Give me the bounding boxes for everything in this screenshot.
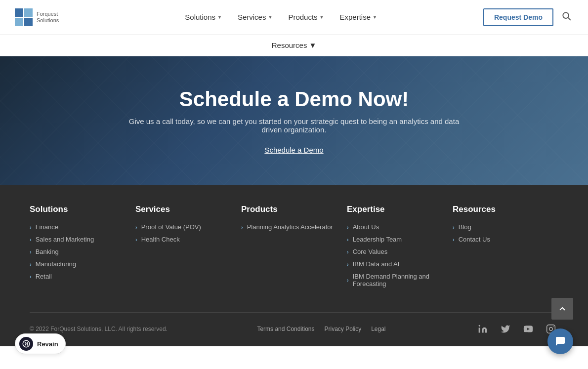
footer-link-manufacturing[interactable]: › Manufacturing	[30, 260, 126, 268]
chevron-down-icon: ▼	[268, 15, 272, 20]
footer-link-label: Leadership Team	[353, 236, 402, 243]
scroll-to-top-button[interactable]	[551, 298, 573, 320]
arrow-icon: ›	[347, 249, 349, 255]
svg-point-6	[549, 328, 553, 331]
arrow-icon: ›	[30, 237, 32, 243]
footer-link-label: Contact Us	[459, 236, 490, 243]
chevron-down-icon: ▼	[320, 15, 324, 20]
footer-link-contact-us[interactable]: › Contact Us	[453, 236, 548, 243]
search-button[interactable]	[559, 9, 573, 25]
footer-link-banking[interactable]: › Banking	[30, 248, 126, 255]
nav-label-expertise: Expertise	[340, 13, 371, 21]
footer-col-products: Products › Planning Analytics Accelerato…	[241, 205, 347, 292]
footer-link-label: Planning Analytics Accelerator	[247, 223, 333, 231]
logo-sub: Solutions	[37, 17, 59, 23]
svg-rect-2	[479, 328, 480, 333]
footer-link-label: Sales and Marketing	[36, 236, 94, 243]
footer-legal-link[interactable]: Legal	[371, 326, 385, 332]
footer-link-label: Blog	[459, 223, 471, 231]
logo-text: Forquest Solutions	[37, 11, 59, 23]
chevron-down-icon: ▼	[309, 41, 316, 49]
footer-link-about-us[interactable]: › About Us	[347, 223, 443, 231]
footer-socials	[475, 322, 558, 336]
footer-link-blog[interactable]: › Blog	[453, 223, 548, 231]
revain-widget[interactable]: Revain	[15, 333, 66, 346]
hero-cta-link[interactable]: Schedule a Demo	[264, 146, 323, 154]
twitter-icon[interactable]	[498, 322, 513, 336]
footer-link-label: IBM Demand Planning and Forecasting	[353, 273, 443, 287]
arrow-icon: ›	[347, 261, 349, 267]
svg-line-1	[568, 18, 570, 20]
footer-link-planning-analytics[interactable]: › Planning Analytics Accelerator	[241, 223, 337, 231]
arrow-icon: ›	[30, 261, 32, 267]
logo-name: Forquest	[37, 11, 59, 17]
arrow-icon: ›	[347, 277, 349, 283]
logo[interactable]: Forquest Solutions	[15, 8, 59, 26]
revain-logo-icon	[19, 337, 33, 346]
footer-link-core-values[interactable]: › Core Values	[347, 248, 443, 255]
nav-item-expertise[interactable]: Expertise ▼	[333, 9, 384, 25]
arrow-icon: ›	[135, 237, 137, 243]
nav-label-services: Services	[238, 13, 266, 21]
footer-col-solutions: Solutions › Finance › Sales and Marketin…	[30, 205, 135, 292]
nav-label-solutions: Solutions	[185, 13, 215, 21]
footer-bottom: © 2022 ForQuest Solutions, LLC. All righ…	[30, 312, 558, 336]
footer: Solutions › Finance › Sales and Marketin…	[0, 185, 588, 346]
revain-label: Revain	[37, 340, 58, 347]
arrow-icon: ›	[347, 237, 349, 243]
footer-link-retail[interactable]: › Retail	[30, 273, 126, 280]
footer-col-title-solutions: Solutions	[30, 205, 126, 214]
footer-columns: Solutions › Finance › Sales and Marketin…	[30, 205, 558, 292]
hero-subtitle: Give us a call today, so we can get you …	[121, 117, 467, 134]
svg-point-3	[479, 325, 480, 327]
youtube-icon[interactable]	[521, 322, 536, 336]
request-demo-button[interactable]: Request Demo	[483, 8, 553, 26]
footer-link-label: Proof of Value (POV)	[141, 223, 201, 231]
footer-col-expertise: Expertise › About Us › Leadership Team ›…	[347, 205, 453, 292]
chat-icon	[554, 335, 566, 346]
chevron-down-icon: ▼	[373, 15, 377, 20]
footer-bottom-links: Terms and Conditions Privacy Policy Lega…	[257, 326, 385, 332]
arrow-icon: ›	[135, 224, 137, 230]
arrow-icon: ›	[30, 249, 32, 255]
footer-link-finance[interactable]: › Finance	[30, 223, 126, 231]
footer-col-resources: Resources › Blog › Contact Us	[453, 205, 558, 292]
footer-link-leadership-team[interactable]: › Leadership Team	[347, 236, 443, 243]
footer-link-label: Core Values	[353, 248, 388, 255]
arrow-icon: ›	[453, 224, 455, 230]
footer-link-label: IBM Data and AI	[353, 260, 400, 268]
footer-link-health-check[interactable]: › Health Check	[135, 236, 231, 243]
nav-item-resources[interactable]: Resources ▼	[265, 37, 324, 53]
footer-link-ibm-data-ai[interactable]: › IBM Data and AI	[347, 260, 443, 268]
footer-link-label: About Us	[353, 223, 379, 231]
linkedin-icon[interactable]	[475, 322, 490, 336]
nav-links: Solutions ▼ Services ▼ Products ▼ Expert…	[79, 9, 483, 25]
footer-link-label: Retail	[36, 273, 52, 280]
arrow-icon: ›	[241, 224, 243, 230]
footer-link-pov[interactable]: › Proof of Value (POV)	[135, 223, 231, 231]
footer-link-label: Finance	[36, 223, 58, 231]
search-icon	[561, 11, 571, 21]
footer-link-ibm-demand[interactable]: › IBM Demand Planning and Forecasting	[347, 273, 443, 287]
footer-link-label: Manufacturing	[36, 260, 76, 268]
hero-section: Schedule a Demo Now! Give us a call toda…	[0, 56, 588, 185]
footer-col-title-services: Services	[135, 205, 231, 214]
footer-link-sales-marketing[interactable]: › Sales and Marketing	[30, 236, 126, 243]
nav-label-products: Products	[288, 13, 317, 21]
nav-item-products[interactable]: Products ▼	[281, 9, 331, 25]
nav-right: Request Demo	[483, 8, 573, 26]
footer-col-title-resources: Resources	[453, 205, 548, 214]
footer-col-title-products: Products	[241, 205, 337, 214]
nav-item-solutions[interactable]: Solutions ▼	[178, 9, 229, 25]
footer-col-services: Services › Proof of Value (POV) › Health…	[135, 205, 241, 292]
arrow-icon: ›	[453, 237, 455, 243]
footer-col-title-expertise: Expertise	[347, 205, 443, 214]
arrow-icon: ›	[30, 274, 32, 280]
chevron-down-icon: ▼	[217, 15, 222, 20]
footer-copyright: © 2022 ForQuest Solutions, LLC. All righ…	[30, 326, 168, 332]
nav-item-services[interactable]: Services ▼	[231, 9, 279, 25]
logo-cell-4	[24, 18, 33, 26]
footer-privacy-link[interactable]: Privacy Policy	[324, 326, 361, 332]
footer-terms-link[interactable]: Terms and Conditions	[257, 326, 314, 332]
logo-cell-3	[15, 18, 23, 26]
